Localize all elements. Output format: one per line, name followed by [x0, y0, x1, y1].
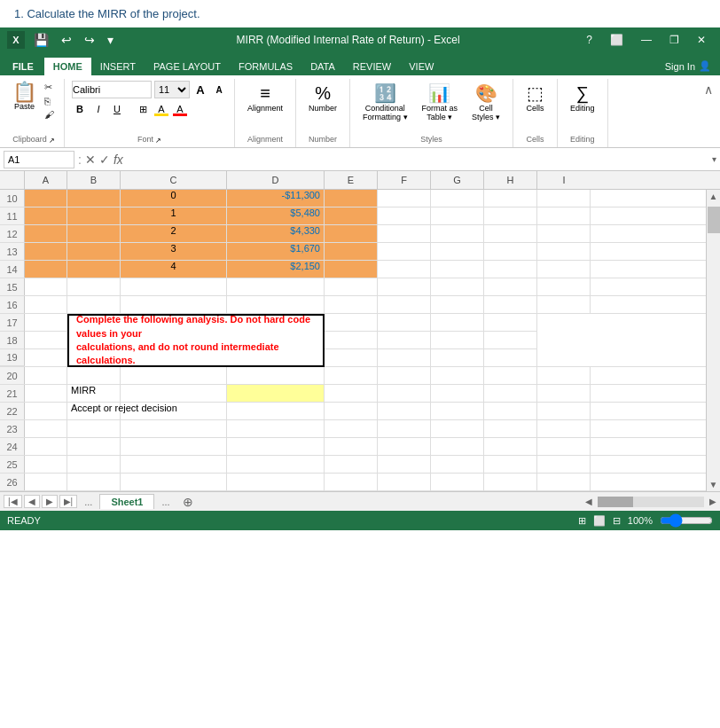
cell-e14[interactable]: [325, 261, 378, 278]
cell-i19[interactable]: [484, 349, 537, 367]
cell-g10[interactable]: [431, 190, 484, 207]
cut-button[interactable]: ✂: [42, 81, 57, 94]
number-button[interactable]: % Number: [303, 81, 342, 116]
cell-h20[interactable]: [484, 367, 537, 385]
font-size-increase-button[interactable]: A: [192, 82, 208, 98]
cell-g16[interactable]: [431, 296, 484, 314]
cell-g12[interactable]: [431, 225, 484, 243]
restore-button[interactable]: ❐: [662, 32, 686, 48]
cell-h19[interactable]: [431, 349, 484, 367]
cell-a11[interactable]: [25, 207, 67, 225]
cell-h14[interactable]: [484, 261, 537, 278]
horizontal-scrollbar[interactable]: ◀ ▶: [585, 497, 716, 507]
editing-button[interactable]: ∑ Editing: [565, 81, 600, 116]
cell-h11[interactable]: [484, 207, 537, 225]
cell-d15[interactable]: [227, 278, 325, 296]
cell-c12[interactable]: 2: [121, 225, 227, 243]
paste-button[interactable]: 📋 Paste: [11, 81, 38, 113]
cell-b24[interactable]: [67, 438, 121, 456]
cancel-formula-button[interactable]: ✕: [85, 153, 96, 167]
cell-c10[interactable]: 0: [121, 190, 227, 207]
clipboard-launcher[interactable]: ↗: [49, 137, 55, 145]
tab-home[interactable]: HOME: [44, 58, 91, 75]
cell-a12[interactable]: [25, 225, 67, 243]
cell-b21[interactable]: MIRR: [67, 385, 121, 403]
col-header-i[interactable]: I: [537, 171, 591, 189]
cell-c13[interactable]: 3: [121, 243, 227, 261]
cell-f23[interactable]: [378, 420, 431, 438]
close-button[interactable]: ✕: [690, 32, 713, 48]
cell-g25[interactable]: [431, 456, 484, 474]
cell-b22[interactable]: Accept or reject decision: [67, 403, 121, 420]
formula-input[interactable]: [127, 151, 708, 168]
cell-g24[interactable]: [431, 438, 484, 456]
cell-a18[interactable]: [25, 332, 67, 349]
cell-c14[interactable]: 4: [121, 261, 227, 278]
cell-b10[interactable]: [67, 190, 121, 207]
cell-a19[interactable]: [25, 349, 67, 367]
cell-g18[interactable]: [378, 332, 431, 349]
cell-g21[interactable]: [431, 385, 484, 403]
cell-i22[interactable]: [537, 403, 591, 420]
cell-b16[interactable]: [67, 296, 121, 314]
cell-g11[interactable]: [431, 207, 484, 225]
format-painter-button[interactable]: 🖌: [42, 108, 57, 121]
sheet-tab-sheet1[interactable]: Sheet1: [99, 494, 154, 509]
cell-c23[interactable]: [121, 420, 227, 438]
ribbon-display-button[interactable]: ⬜: [603, 32, 630, 48]
cell-b25[interactable]: [67, 456, 121, 474]
cell-c25[interactable]: [121, 456, 227, 474]
font-size-selector[interactable]: 11: [154, 81, 190, 98]
cell-i16[interactable]: [537, 296, 591, 314]
cell-f25[interactable]: [378, 456, 431, 474]
cell-e24[interactable]: [325, 438, 378, 456]
undo-button[interactable]: ↩: [58, 31, 75, 49]
cells-button[interactable]: ⬚ Cells: [521, 81, 550, 116]
cell-a15[interactable]: [25, 278, 67, 296]
save-button[interactable]: 💾: [30, 31, 52, 49]
cell-i10[interactable]: [537, 190, 591, 207]
cell-h18[interactable]: [431, 332, 484, 349]
col-header-d[interactable]: D: [227, 171, 325, 189]
cell-d26[interactable]: [227, 474, 325, 491]
cell-h22[interactable]: [484, 403, 537, 420]
cell-d20[interactable]: [227, 367, 325, 385]
cell-d24[interactable]: [227, 438, 325, 456]
cell-b12[interactable]: [67, 225, 121, 243]
cell-a14[interactable]: [25, 261, 67, 278]
tab-data[interactable]: DATA: [301, 58, 344, 75]
collapse-ribbon-button[interactable]: ∧: [704, 82, 713, 97]
font-launcher[interactable]: ↗: [155, 137, 161, 145]
cell-i13[interactable]: [537, 243, 591, 261]
scroll-thumb[interactable]: [708, 207, 720, 233]
cell-c26[interactable]: [121, 474, 227, 491]
font-color-button[interactable]: A: [172, 101, 188, 117]
cell-i11[interactable]: [537, 207, 591, 225]
cell-c16[interactable]: [121, 296, 227, 314]
cell-a20[interactable]: [25, 367, 67, 385]
cell-a13[interactable]: [25, 243, 67, 261]
cell-f13[interactable]: [378, 243, 431, 261]
cell-h26[interactable]: [484, 474, 537, 491]
cell-e26[interactable]: [325, 474, 378, 491]
cell-g26[interactable]: [431, 474, 484, 491]
cell-e25[interactable]: [325, 456, 378, 474]
cell-f15[interactable]: [378, 278, 431, 296]
font-size-decrease-button[interactable]: A: [211, 82, 227, 98]
cell-i12[interactable]: [537, 225, 591, 243]
cell-f12[interactable]: [378, 225, 431, 243]
vertical-scrollbar[interactable]: ▲ ▼: [706, 190, 720, 491]
redo-button[interactable]: ↪: [81, 31, 98, 49]
cell-h13[interactable]: [484, 243, 537, 261]
cell-g20[interactable]: [431, 367, 484, 385]
sheet-nav-prev[interactable]: ◀: [24, 495, 40, 508]
cell-a25[interactable]: [25, 456, 67, 474]
format-as-table-button[interactable]: 📊 Format asTable ▾: [417, 81, 464, 125]
help-button[interactable]: ?: [579, 32, 599, 48]
cell-a23[interactable]: [25, 420, 67, 438]
cell-i15[interactable]: [537, 278, 591, 296]
cell-e20[interactable]: [325, 367, 378, 385]
col-header-a[interactable]: A: [25, 171, 67, 189]
cell-e16[interactable]: [325, 296, 378, 314]
cell-b15[interactable]: [67, 278, 121, 296]
